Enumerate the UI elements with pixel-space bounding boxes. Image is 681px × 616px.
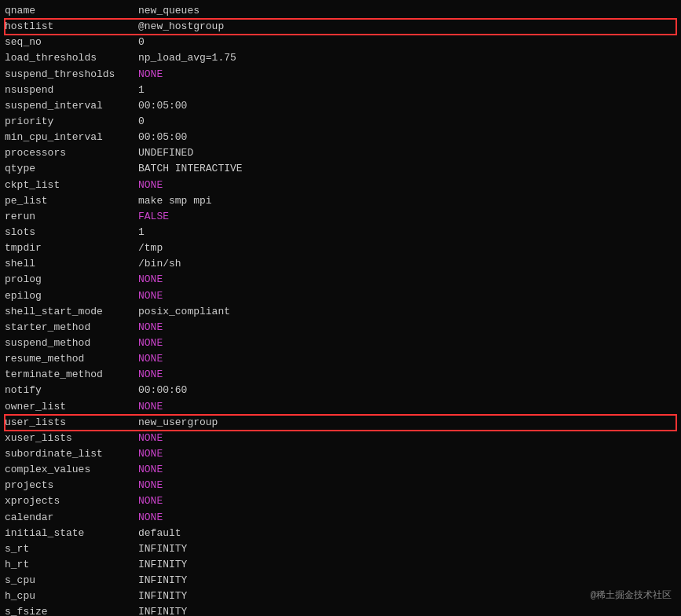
table-row: xuser_listsNONE xyxy=(5,431,676,446)
row-value: NONE xyxy=(138,493,163,509)
row-value: make smp mpi xyxy=(138,193,212,209)
table-row: s_cpuINFINITY xyxy=(5,573,676,588)
row-value: NONE xyxy=(138,272,163,288)
row-value: 0 xyxy=(138,35,145,50)
row-key: s_cpu xyxy=(5,573,138,588)
table-row: shell_start_modeposix_compliant xyxy=(5,304,676,320)
table-row: complex_valuesNONE xyxy=(5,462,676,478)
row-key: priority xyxy=(5,114,138,130)
row-key: ckpt_list xyxy=(5,178,138,193)
table-row: initial_statedefault xyxy=(5,526,676,541)
row-value: /bin/sh xyxy=(138,256,181,272)
row-key: rerun xyxy=(5,209,138,225)
table-row: calendarNONE xyxy=(5,510,676,526)
row-key: qtype xyxy=(5,161,138,177)
table-row: epilogNONE xyxy=(5,288,676,304)
row-key: subordinate_list xyxy=(5,446,138,462)
row-value: UNDEFINED xyxy=(138,145,193,161)
row-value: NONE xyxy=(138,462,163,478)
row-key: s_rt xyxy=(5,541,138,557)
row-key: initial_state xyxy=(5,526,138,541)
table-row: subordinate_listNONE xyxy=(5,446,676,462)
row-value: BATCH INTERACTIVE xyxy=(138,161,243,177)
row-key: shell xyxy=(5,256,138,272)
row-key: prolog xyxy=(5,272,138,288)
row-value: NONE xyxy=(138,288,163,304)
row-key: suspend_thresholds xyxy=(5,67,138,82)
row-key: complex_values xyxy=(5,462,138,478)
table-row: processorsUNDEFINED xyxy=(5,145,676,161)
table-row: qtypeBATCH INTERACTIVE xyxy=(5,161,676,177)
table-row: s_fsizeINFINITY xyxy=(5,604,676,616)
row-key: starter_method xyxy=(5,320,138,336)
table-row: xprojectsNONE xyxy=(5,493,676,509)
row-value: NONE xyxy=(138,351,163,367)
row-key: user_lists xyxy=(5,415,138,431)
table-row: min_cpu_interval00:05:00 xyxy=(5,130,676,145)
row-value: NONE xyxy=(138,367,163,383)
table-row: h_cpuINFINITY xyxy=(5,588,676,604)
row-value: NONE xyxy=(138,399,163,415)
row-key: projects xyxy=(5,478,138,493)
table-row: starter_methodNONE xyxy=(5,320,676,336)
row-key: processors xyxy=(5,145,138,161)
row-key: calendar xyxy=(5,510,138,526)
table-row: seq_no0 xyxy=(5,35,676,50)
terminal-output: qnamenew_queueshostlist@new_hostgroupseq… xyxy=(5,3,676,616)
row-value: NONE xyxy=(138,178,163,193)
table-row: pe_listmake smp mpi xyxy=(5,193,676,209)
row-value: NONE xyxy=(138,446,163,462)
table-row: owner_listNONE xyxy=(5,399,676,415)
table-row: rerunFALSE xyxy=(5,209,676,225)
row-value: NONE xyxy=(138,510,163,526)
row-value: INFINITY xyxy=(138,604,187,616)
table-row: h_rtINFINITY xyxy=(5,557,676,573)
watermark: @稀土掘金技术社区 xyxy=(591,588,672,602)
row-key: suspend_interval xyxy=(5,98,138,114)
row-key: h_cpu xyxy=(5,588,138,604)
table-row: qnamenew_queues xyxy=(5,3,676,19)
table-row: hostlist@new_hostgroup xyxy=(5,19,676,35)
table-row: shell/bin/sh xyxy=(5,256,676,272)
row-value: new_usergroup xyxy=(138,415,218,431)
row-value: 00:00:60 xyxy=(138,383,187,398)
table-row: terminate_methodNONE xyxy=(5,367,676,383)
row-value: NONE xyxy=(138,320,163,336)
row-value: default xyxy=(138,526,181,541)
row-key: suspend_method xyxy=(5,336,138,351)
row-value: INFINITY xyxy=(138,557,187,573)
table-row: notify00:00:60 xyxy=(5,383,676,398)
row-key: seq_no xyxy=(5,35,138,50)
row-value: @new_hostgroup xyxy=(138,19,224,35)
table-row: suspend_interval00:05:00 xyxy=(5,98,676,114)
row-key: xprojects xyxy=(5,493,138,509)
row-key: shell_start_mode xyxy=(5,304,138,320)
table-row: tmpdir/tmp xyxy=(5,240,676,256)
row-key: nsuspend xyxy=(5,82,138,98)
table-row: ckpt_listNONE xyxy=(5,178,676,193)
row-key: min_cpu_interval xyxy=(5,130,138,145)
row-key: epilog xyxy=(5,288,138,304)
row-value: FALSE xyxy=(138,209,169,225)
table-row: priority0 xyxy=(5,114,676,130)
row-value: 00:05:00 xyxy=(138,98,187,114)
row-value: 00:05:00 xyxy=(138,130,187,145)
row-key: qname xyxy=(5,3,138,19)
row-value: NONE xyxy=(138,431,163,446)
row-value: 1 xyxy=(138,82,145,98)
table-row: s_rtINFINITY xyxy=(5,541,676,557)
row-value: NONE xyxy=(138,336,163,351)
table-row: suspend_thresholdsNONE xyxy=(5,67,676,82)
row-value: new_queues xyxy=(138,3,200,19)
row-value: NONE xyxy=(138,478,163,493)
table-row: slots1 xyxy=(5,225,676,240)
row-value: np_load_avg=1.75 xyxy=(138,50,236,66)
table-row: projectsNONE xyxy=(5,478,676,493)
table-row: nsuspend1 xyxy=(5,82,676,98)
row-key: h_rt xyxy=(5,557,138,573)
row-value: posix_compliant xyxy=(138,304,230,320)
row-key: slots xyxy=(5,225,138,240)
row-key: hostlist xyxy=(5,19,138,35)
row-key: terminate_method xyxy=(5,367,138,383)
table-row: load_thresholdsnp_load_avg=1.75 xyxy=(5,50,676,66)
